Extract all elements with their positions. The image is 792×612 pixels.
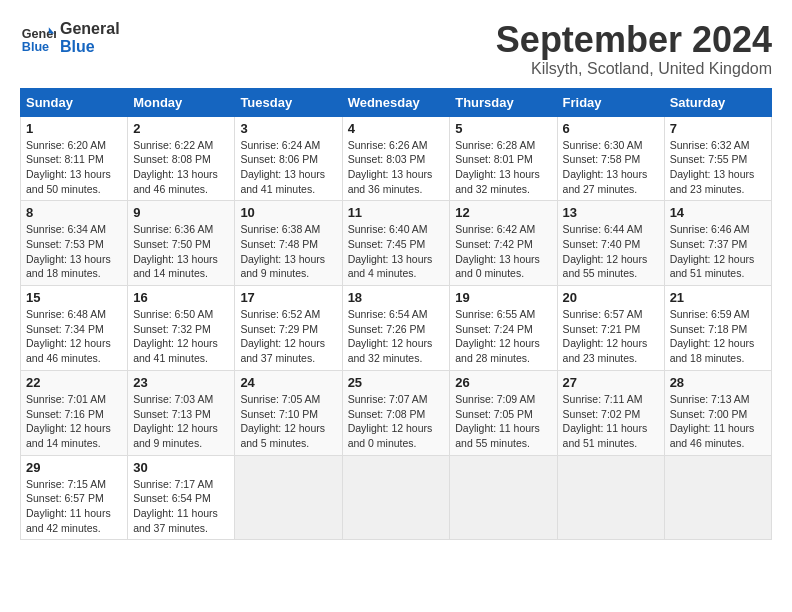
day-info: Sunrise: 6:22 AM Sunset: 8:08 PM Dayligh… (133, 138, 229, 197)
calendar-cell: 21Sunrise: 6:59 AM Sunset: 7:18 PM Dayli… (664, 286, 771, 371)
day-info: Sunrise: 6:20 AM Sunset: 8:11 PM Dayligh… (26, 138, 122, 197)
day-info: Sunrise: 7:11 AM Sunset: 7:02 PM Dayligh… (563, 392, 659, 451)
calendar-cell: 6Sunrise: 6:30 AM Sunset: 7:58 PM Daylig… (557, 116, 664, 201)
day-number: 16 (133, 290, 229, 305)
col-header-tuesday: Tuesday (235, 88, 342, 116)
day-info: Sunrise: 6:32 AM Sunset: 7:55 PM Dayligh… (670, 138, 766, 197)
calendar-cell: 10Sunrise: 6:38 AM Sunset: 7:48 PM Dayli… (235, 201, 342, 286)
calendar-cell: 12Sunrise: 6:42 AM Sunset: 7:42 PM Dayli… (450, 201, 557, 286)
day-info: Sunrise: 6:59 AM Sunset: 7:18 PM Dayligh… (670, 307, 766, 366)
day-info: Sunrise: 7:13 AM Sunset: 7:00 PM Dayligh… (670, 392, 766, 451)
day-number: 6 (563, 121, 659, 136)
calendar-cell: 28Sunrise: 7:13 AM Sunset: 7:00 PM Dayli… (664, 370, 771, 455)
calendar-cell: 30Sunrise: 7:17 AM Sunset: 6:54 PM Dayli… (128, 455, 235, 540)
calendar-cell: 8Sunrise: 6:34 AM Sunset: 7:53 PM Daylig… (21, 201, 128, 286)
calendar-cell: 7Sunrise: 6:32 AM Sunset: 7:55 PM Daylig… (664, 116, 771, 201)
day-info: Sunrise: 6:54 AM Sunset: 7:26 PM Dayligh… (348, 307, 445, 366)
day-number: 3 (240, 121, 336, 136)
col-header-sunday: Sunday (21, 88, 128, 116)
calendar-cell: 1Sunrise: 6:20 AM Sunset: 8:11 PM Daylig… (21, 116, 128, 201)
calendar-cell: 24Sunrise: 7:05 AM Sunset: 7:10 PM Dayli… (235, 370, 342, 455)
calendar-cell: 15Sunrise: 6:48 AM Sunset: 7:34 PM Dayli… (21, 286, 128, 371)
col-header-wednesday: Wednesday (342, 88, 450, 116)
day-number: 5 (455, 121, 551, 136)
day-info: Sunrise: 6:30 AM Sunset: 7:58 PM Dayligh… (563, 138, 659, 197)
calendar-cell: 23Sunrise: 7:03 AM Sunset: 7:13 PM Dayli… (128, 370, 235, 455)
calendar-cell: 18Sunrise: 6:54 AM Sunset: 7:26 PM Dayli… (342, 286, 450, 371)
day-number: 26 (455, 375, 551, 390)
day-number: 9 (133, 205, 229, 220)
day-info: Sunrise: 6:40 AM Sunset: 7:45 PM Dayligh… (348, 222, 445, 281)
day-info: Sunrise: 6:36 AM Sunset: 7:50 PM Dayligh… (133, 222, 229, 281)
day-number: 25 (348, 375, 445, 390)
month-title: September 2024 (496, 20, 772, 60)
day-info: Sunrise: 7:05 AM Sunset: 7:10 PM Dayligh… (240, 392, 336, 451)
calendar-week-5: 29Sunrise: 7:15 AM Sunset: 6:57 PM Dayli… (21, 455, 772, 540)
day-info: Sunrise: 6:46 AM Sunset: 7:37 PM Dayligh… (670, 222, 766, 281)
day-number: 30 (133, 460, 229, 475)
day-number: 15 (26, 290, 122, 305)
col-header-friday: Friday (557, 88, 664, 116)
day-number: 29 (26, 460, 122, 475)
day-info: Sunrise: 6:48 AM Sunset: 7:34 PM Dayligh… (26, 307, 122, 366)
col-header-monday: Monday (128, 88, 235, 116)
calendar-cell: 19Sunrise: 6:55 AM Sunset: 7:24 PM Dayli… (450, 286, 557, 371)
calendar-cell: 27Sunrise: 7:11 AM Sunset: 7:02 PM Dayli… (557, 370, 664, 455)
calendar-cell: 17Sunrise: 6:52 AM Sunset: 7:29 PM Dayli… (235, 286, 342, 371)
day-number: 24 (240, 375, 336, 390)
calendar-cell: 4Sunrise: 6:26 AM Sunset: 8:03 PM Daylig… (342, 116, 450, 201)
calendar-cell: 2Sunrise: 6:22 AM Sunset: 8:08 PM Daylig… (128, 116, 235, 201)
calendar-cell (664, 455, 771, 540)
calendar-cell: 14Sunrise: 6:46 AM Sunset: 7:37 PM Dayli… (664, 201, 771, 286)
day-info: Sunrise: 6:34 AM Sunset: 7:53 PM Dayligh… (26, 222, 122, 281)
svg-text:Blue: Blue (22, 40, 49, 54)
day-number: 8 (26, 205, 122, 220)
day-info: Sunrise: 6:44 AM Sunset: 7:40 PM Dayligh… (563, 222, 659, 281)
day-number: 4 (348, 121, 445, 136)
col-header-saturday: Saturday (664, 88, 771, 116)
day-info: Sunrise: 6:57 AM Sunset: 7:21 PM Dayligh… (563, 307, 659, 366)
day-info: Sunrise: 6:42 AM Sunset: 7:42 PM Dayligh… (455, 222, 551, 281)
calendar-header-row: SundayMondayTuesdayWednesdayThursdayFrid… (21, 88, 772, 116)
calendar-cell (342, 455, 450, 540)
day-info: Sunrise: 6:50 AM Sunset: 7:32 PM Dayligh… (133, 307, 229, 366)
logo-icon: General Blue (20, 20, 56, 56)
calendar-week-4: 22Sunrise: 7:01 AM Sunset: 7:16 PM Dayli… (21, 370, 772, 455)
calendar-cell: 11Sunrise: 6:40 AM Sunset: 7:45 PM Dayli… (342, 201, 450, 286)
col-header-thursday: Thursday (450, 88, 557, 116)
calendar-cell (557, 455, 664, 540)
location: Kilsyth, Scotland, United Kingdom (496, 60, 772, 78)
calendar-cell: 9Sunrise: 6:36 AM Sunset: 7:50 PM Daylig… (128, 201, 235, 286)
day-number: 22 (26, 375, 122, 390)
day-info: Sunrise: 7:15 AM Sunset: 6:57 PM Dayligh… (26, 477, 122, 536)
day-info: Sunrise: 6:24 AM Sunset: 8:06 PM Dayligh… (240, 138, 336, 197)
day-number: 19 (455, 290, 551, 305)
logo-line1: General (60, 20, 120, 38)
day-info: Sunrise: 6:28 AM Sunset: 8:01 PM Dayligh… (455, 138, 551, 197)
calendar-week-1: 1Sunrise: 6:20 AM Sunset: 8:11 PM Daylig… (21, 116, 772, 201)
day-number: 10 (240, 205, 336, 220)
day-number: 14 (670, 205, 766, 220)
day-number: 17 (240, 290, 336, 305)
calendar-cell: 13Sunrise: 6:44 AM Sunset: 7:40 PM Dayli… (557, 201, 664, 286)
calendar-cell: 26Sunrise: 7:09 AM Sunset: 7:05 PM Dayli… (450, 370, 557, 455)
day-info: Sunrise: 6:55 AM Sunset: 7:24 PM Dayligh… (455, 307, 551, 366)
calendar-cell: 25Sunrise: 7:07 AM Sunset: 7:08 PM Dayli… (342, 370, 450, 455)
calendar-cell: 29Sunrise: 7:15 AM Sunset: 6:57 PM Dayli… (21, 455, 128, 540)
calendar-cell (450, 455, 557, 540)
calendar-cell (235, 455, 342, 540)
day-number: 12 (455, 205, 551, 220)
day-number: 1 (26, 121, 122, 136)
day-number: 20 (563, 290, 659, 305)
day-number: 2 (133, 121, 229, 136)
day-info: Sunrise: 7:01 AM Sunset: 7:16 PM Dayligh… (26, 392, 122, 451)
calendar-cell: 5Sunrise: 6:28 AM Sunset: 8:01 PM Daylig… (450, 116, 557, 201)
logo: General Blue General Blue (20, 20, 120, 56)
logo-line2: Blue (60, 38, 120, 56)
calendar-week-3: 15Sunrise: 6:48 AM Sunset: 7:34 PM Dayli… (21, 286, 772, 371)
day-number: 23 (133, 375, 229, 390)
day-number: 28 (670, 375, 766, 390)
day-number: 21 (670, 290, 766, 305)
day-number: 7 (670, 121, 766, 136)
day-number: 13 (563, 205, 659, 220)
